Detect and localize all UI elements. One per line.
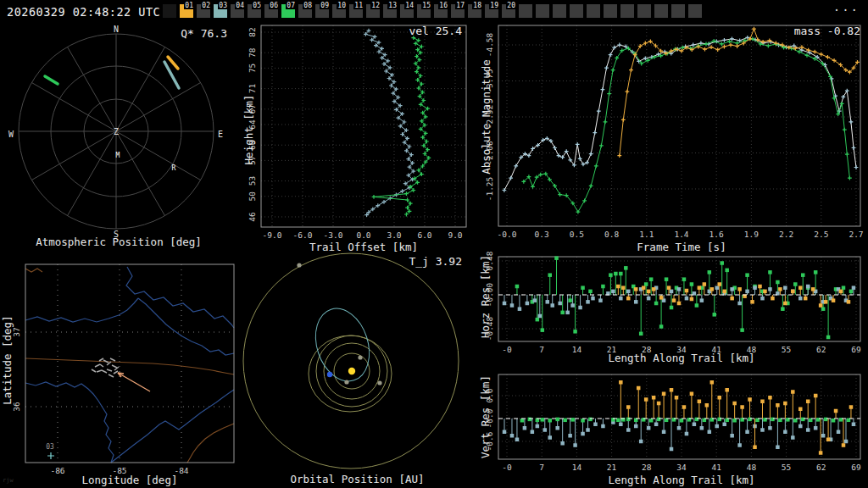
mass-annotation: mass -0.82 xyxy=(794,25,860,37)
svg-text:-3.0: -3.0 xyxy=(324,230,343,240)
panel-atmospheric-position: NESWZMR Q* 76.3 Atmospheric Position [de… xyxy=(0,24,237,250)
camera-slot-number: 01 xyxy=(184,2,194,9)
svg-text:55: 55 xyxy=(782,463,791,472)
svg-text:W: W xyxy=(8,130,14,139)
camera-slot-13[interactable]: 13 xyxy=(383,4,397,18)
camera-slot-number: 10 xyxy=(337,2,347,9)
tisserand-annotation: T_j 3.92 xyxy=(409,255,462,268)
camera-slot-number: 04 xyxy=(235,2,245,9)
svg-text:48: 48 xyxy=(747,463,757,472)
camera-slot-number: 13 xyxy=(387,2,398,9)
camera-slot-blank-27[interactable] xyxy=(620,4,634,18)
camera-slot-number: 18 xyxy=(472,2,482,9)
timestamp: 20260329 02:48:22 UTC xyxy=(7,5,160,19)
camera-slot-16[interactable]: 16 xyxy=(434,4,448,18)
camera-slot-blank-23[interactable] xyxy=(553,4,566,18)
panel-horizontal-residuals: -071421283441485562690.48-0.00-0.48 Leng… xyxy=(477,250,868,366)
orbital-position-title: Orbital Position [AU] xyxy=(240,473,475,485)
svg-text:E: E xyxy=(218,130,223,139)
camera-slot-blank-0[interactable] xyxy=(163,4,176,18)
orbital-position-plot xyxy=(240,250,475,488)
velocity-annotation: vel 25.4 xyxy=(409,25,462,37)
camera-slot-number: 08 xyxy=(303,2,313,9)
height-vs-trail-offset-plot: -9.0-6.0-3.00.03.06.09.08278757167646057… xyxy=(240,24,475,254)
camera-slot-blank-31[interactable] xyxy=(688,4,702,18)
svg-text:2.5: 2.5 xyxy=(814,230,828,239)
svg-text:1.6: 1.6 xyxy=(709,230,724,239)
camera-slot-17[interactable]: 17 xyxy=(451,4,465,18)
svg-text:6.0: 6.0 xyxy=(417,230,431,240)
svg-text:21: 21 xyxy=(607,463,617,472)
svg-text:-9.0: -9.0 xyxy=(263,230,282,240)
camera-slot-blank-30[interactable] xyxy=(671,4,685,18)
svg-text:0.0: 0.0 xyxy=(356,230,370,240)
svg-text:-0: -0 xyxy=(502,463,512,472)
magnitude-vs-time-plot: -0.00.30.50.81.11.41.61.92.22.52.7-4.58-… xyxy=(477,24,868,254)
camera-slot-15[interactable]: 15 xyxy=(417,4,431,18)
vertical-residuals-plot: -071421283441485562690.6-0.0-0.6 xyxy=(477,366,868,488)
camera-slot-number: 14 xyxy=(404,2,415,9)
camera-slot-blank-28[interactable] xyxy=(637,4,651,18)
atmospheric-position-plot: NESWZMR xyxy=(0,24,237,250)
atmospheric-position-title: Atmospheric Position [deg] xyxy=(0,236,237,248)
status-bar: 20260329 02:48:22 UTC 010203040506070809… xyxy=(0,0,868,24)
overflow-menu-button[interactable]: ... xyxy=(833,0,860,14)
camera-slot-number: 11 xyxy=(353,2,364,9)
svg-text:2.2: 2.2 xyxy=(779,230,793,239)
svg-text:-0.0: -0.0 xyxy=(498,230,517,239)
camera-slot-number: 19 xyxy=(489,2,499,9)
latitude-axis-label: Latitude [deg] xyxy=(1,275,13,445)
ground-track-map: -86-85-84373603 xyxy=(0,250,237,488)
camera-slot-03[interactable]: 03 xyxy=(214,4,227,18)
svg-text:Z: Z xyxy=(114,127,119,136)
svg-text:28: 28 xyxy=(642,463,652,472)
camera-slot-07[interactable]: 07 xyxy=(281,4,295,18)
svg-text:69: 69 xyxy=(851,463,861,472)
svg-text:14: 14 xyxy=(572,463,582,472)
camera-slot-09[interactable]: 09 xyxy=(315,4,329,18)
panel-orbit: T_j 3.92 Orbital Position [AU] xyxy=(240,250,475,488)
camera-slot-number: 06 xyxy=(269,2,279,9)
camera-slot-blank-26[interactable] xyxy=(604,4,617,18)
vert-res-axis-label: Vert Res [km] xyxy=(479,332,491,488)
svg-text:03: 03 xyxy=(46,443,54,451)
height-axis-label: Height [km] xyxy=(242,45,254,214)
camera-slot-blank-21[interactable] xyxy=(519,4,532,18)
q-star-annotation: Q* 76.3 xyxy=(181,27,227,40)
camera-slot-19[interactable]: 19 xyxy=(485,4,498,18)
camera-slot-number: 03 xyxy=(218,2,228,9)
svg-text:-6.0: -6.0 xyxy=(293,230,313,240)
camera-slot-number: 02 xyxy=(201,2,211,9)
svg-text:62: 62 xyxy=(816,463,826,472)
svg-text:1.1: 1.1 xyxy=(639,230,654,239)
camera-slot-strip: 0102030405060708091011121314151617181920 xyxy=(163,4,702,18)
camera-slot-14[interactable]: 14 xyxy=(400,4,414,18)
camera-slot-02[interactable]: 02 xyxy=(197,4,210,18)
svg-text:R: R xyxy=(172,164,176,172)
horizontal-residuals-plot: -071421283441485562690.48-0.00-0.48 xyxy=(477,250,868,366)
camera-slot-blank-25[interactable] xyxy=(587,4,600,18)
camera-slot-04[interactable]: 04 xyxy=(231,4,244,18)
camera-slot-blank-24[interactable] xyxy=(570,4,583,18)
camera-slot-number: 09 xyxy=(320,2,330,9)
svg-text:9.0: 9.0 xyxy=(448,230,462,240)
camera-slot-blank-22[interactable] xyxy=(536,4,549,18)
length-along-trail-axis-label-bottom: Length Along Trail [km] xyxy=(507,474,856,486)
camera-slot-11[interactable]: 11 xyxy=(349,4,363,18)
svg-text:M: M xyxy=(116,152,120,159)
camera-slot-number: 20 xyxy=(506,2,516,9)
camera-slot-05[interactable]: 05 xyxy=(248,4,261,18)
camera-slot-blank-29[interactable] xyxy=(654,4,668,18)
camera-slot-10[interactable]: 10 xyxy=(332,4,346,18)
camera-slot-12[interactable]: 12 xyxy=(366,4,380,18)
svg-text:1.4: 1.4 xyxy=(674,230,688,239)
longitude-axis-label: Longitude [deg] xyxy=(25,474,234,486)
svg-text:0.5: 0.5 xyxy=(570,230,584,239)
camera-slot-01[interactable]: 01 xyxy=(180,4,193,18)
camera-slot-06[interactable]: 06 xyxy=(264,4,278,18)
camera-slot-20[interactable]: 20 xyxy=(502,4,515,18)
svg-text:41: 41 xyxy=(711,463,721,472)
camera-slot-18[interactable]: 18 xyxy=(468,4,481,18)
svg-text:82: 82 xyxy=(248,27,257,36)
camera-slot-08[interactable]: 08 xyxy=(298,4,312,18)
